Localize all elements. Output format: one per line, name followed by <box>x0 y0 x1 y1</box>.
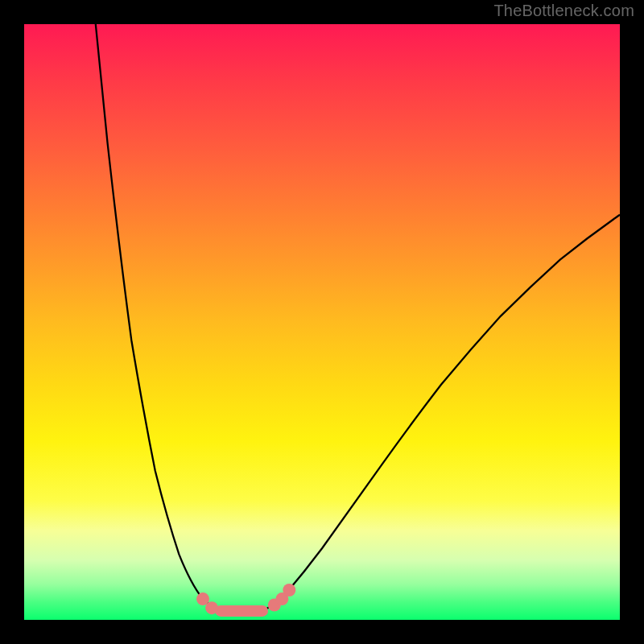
watermark-text: TheBottleneck.com <box>493 2 634 20</box>
curve-overlay <box>24 24 620 620</box>
marker-right-dot-3 <box>283 584 295 597</box>
right-curve <box>262 215 620 611</box>
plot-area <box>24 24 620 620</box>
left-curve <box>96 24 221 611</box>
marker-left-dot-2 <box>205 601 218 614</box>
chart-frame: TheBottleneck.com <box>0 0 644 644</box>
